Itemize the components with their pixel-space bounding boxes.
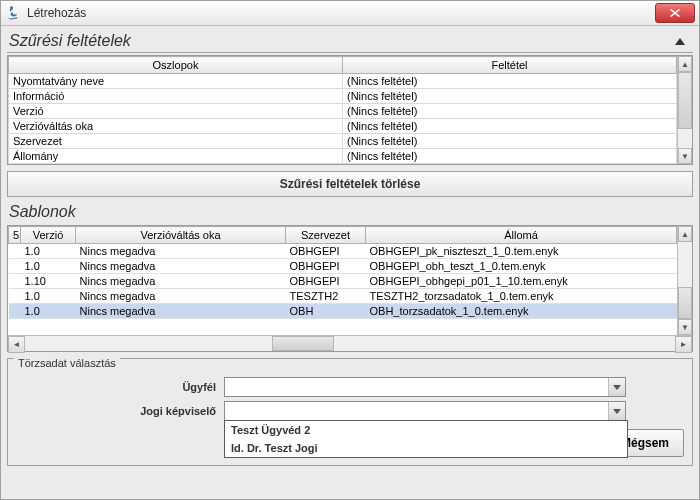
window-close-button[interactable]: [655, 3, 695, 23]
filter-section-title: Szűrési feltételek: [9, 32, 131, 50]
filter-row[interactable]: Állomány(Nincs feltétel): [9, 149, 677, 164]
clear-filters-button[interactable]: Szűrési feltételek törlése: [7, 171, 693, 197]
table-row[interactable]: 1.0Nincs megadvaOBHGEPIOBHGEPI_obh_teszt…: [9, 259, 677, 274]
ugyfel-label: Ügyfél: [16, 381, 224, 393]
templ-col-allomany[interactable]: Állomá: [366, 227, 677, 244]
jogi-label: Jogi képviselő: [16, 405, 224, 417]
chevron-down-icon: [608, 402, 625, 420]
templates-section-header[interactable]: Sablonok: [7, 201, 693, 223]
filter-col-columns[interactable]: Oszlopok: [9, 57, 343, 74]
collapse-up-icon: [675, 38, 685, 45]
templates-hscrollbar[interactable]: ◄ ►: [8, 335, 692, 351]
close-icon: [670, 9, 680, 17]
scroll-down-icon[interactable]: ▼: [678, 319, 692, 335]
scroll-thumb[interactable]: [678, 72, 692, 129]
filter-vscrollbar[interactable]: ▲ ▼: [677, 56, 692, 164]
jogi-option[interactable]: Id. Dr. Teszt Jogi: [225, 439, 627, 457]
templ-col-valtas[interactable]: Verzióváltás oka: [76, 227, 286, 244]
scroll-left-icon[interactable]: ◄: [8, 336, 25, 353]
filter-row[interactable]: Verzió(Nincs feltétel): [9, 104, 677, 119]
chevron-down-icon: [608, 378, 625, 396]
filter-row[interactable]: Információ(Nincs feltétel): [9, 89, 677, 104]
filter-table-panel: Oszlopok Feltétel Nyomtatvány neve(Nincs…: [7, 55, 693, 165]
scroll-thumb[interactable]: [678, 287, 692, 319]
torzsadat-group-title: Törzsadat választás: [14, 357, 120, 369]
table-row[interactable]: 1.0Nincs megadvaTESZTH2TESZTH2_torzsadat…: [9, 289, 677, 304]
jogi-combo[interactable]: Teszt Ügyvéd 2 Id. Dr. Teszt Jogi: [224, 401, 626, 421]
filter-row[interactable]: Verzióváltás oka(Nincs feltétel): [9, 119, 677, 134]
cancel-label: Mégsem: [621, 436, 669, 450]
templ-col-first[interactable]: 5: [9, 227, 21, 244]
templates-section-title: Sablonok: [9, 203, 76, 221]
titlebar: Létrehozás: [1, 1, 699, 26]
templ-col-verzio[interactable]: Verzió: [21, 227, 76, 244]
table-row[interactable]: 1.10Nincs megadvaOBHGEPIOBHGEPI_obhgepi_…: [9, 274, 677, 289]
torzsadat-group: Törzsadat választás Ügyfél Jogi képvisel…: [7, 358, 693, 466]
scroll-thumb[interactable]: [272, 336, 334, 351]
filter-section-header[interactable]: Szűrési feltételek: [7, 30, 693, 53]
window-title: Létrehozás: [27, 6, 655, 20]
table-row[interactable]: 1.0Nincs megadvaOBHGEPIOBHGEPI_pk_niszte…: [9, 244, 677, 259]
scroll-up-icon[interactable]: ▲: [678, 56, 692, 72]
jogi-option[interactable]: Teszt Ügyvéd 2: [225, 421, 627, 439]
filter-col-condition[interactable]: Feltétel: [343, 57, 677, 74]
filter-table: Oszlopok Feltétel Nyomtatvány neve(Nincs…: [8, 56, 677, 164]
window: Létrehozás Szűrési feltételek Oszlopok F…: [0, 0, 700, 500]
templates-vscrollbar[interactable]: ▲ ▼: [677, 226, 692, 335]
templ-col-szervezet[interactable]: Szervezet: [286, 227, 366, 244]
java-app-icon: [5, 5, 21, 21]
jogi-dropdown: Teszt Ügyvéd 2 Id. Dr. Teszt Jogi: [224, 420, 628, 458]
templates-table: 5 Verzió Verzióváltás oka Szervezet Állo…: [8, 226, 677, 319]
ugyfel-combo[interactable]: [224, 377, 626, 397]
table-row-selected[interactable]: 1.0Nincs megadvaOBHOBH_torzsadatok_1_0.t…: [9, 304, 677, 319]
scroll-down-icon[interactable]: ▼: [678, 148, 692, 164]
filter-row[interactable]: Szervezet(Nincs feltétel): [9, 134, 677, 149]
scroll-right-icon[interactable]: ►: [675, 336, 692, 353]
templates-table-panel: 5 Verzió Verzióváltás oka Szervezet Állo…: [7, 225, 693, 352]
scroll-up-icon[interactable]: ▲: [678, 226, 692, 242]
filter-row[interactable]: Nyomtatvány neve(Nincs feltétel): [9, 74, 677, 89]
